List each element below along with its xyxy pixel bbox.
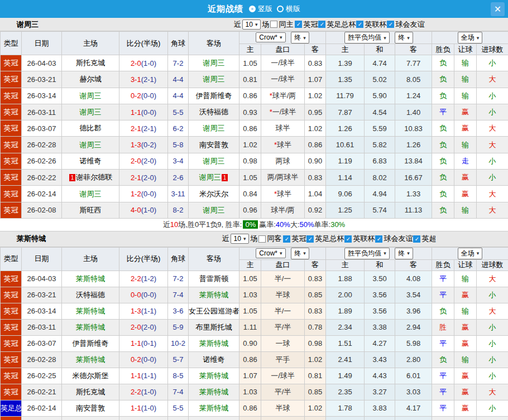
goals-result-cell: 小 [477, 170, 508, 186]
checkbox-checked-icon[interactable]: ✓ [356, 21, 363, 28]
league-filter[interactable]: ✓英超 [413, 234, 436, 244]
home-team-cell: 米德尔斯堡 [62, 368, 119, 384]
avg-draw-cell: 8.02 [365, 170, 395, 186]
checkbox-checked-icon[interactable]: ✓ [318, 21, 325, 28]
result-cell: 负 [432, 55, 454, 71]
league-filter[interactable]: ✓英联杯 [344, 234, 375, 244]
scope-value: 全场 [461, 249, 475, 258]
match-type-cell: 英冠 [1, 271, 22, 287]
away-team-name: 谢周三 [203, 157, 225, 165]
match-date-cell: 26-02-25 [22, 368, 62, 384]
away-team-cell: 谢周三 [189, 120, 239, 137]
corner-cell: 3-11 [168, 186, 189, 202]
checkbox-checked-icon[interactable]: ✓ [375, 235, 382, 243]
match-date-cell: 26-03-14 [22, 88, 62, 104]
scope-select[interactable]: 全场▾ [458, 32, 483, 44]
avg-type-select[interactable]: 胜平负均值▾ [344, 32, 390, 44]
league-filter[interactable]: ✓英联杯 [356, 20, 386, 30]
sub-avg-draw: 和 [365, 259, 395, 271]
games-unit-label: 场 [250, 234, 257, 244]
horizontal-view-radio-icon[interactable] [277, 6, 284, 12]
match-date-cell: 26-03-11 [22, 104, 62, 120]
checkbox-checked-icon[interactable]: ✓ [283, 235, 290, 243]
avg-away-cell: 5.98 [395, 335, 432, 351]
home-odds-cell: 1.05 [239, 55, 261, 71]
odds-stage-select[interactable]: 终▾ [291, 248, 309, 259]
away-odds-cell: 0.83 [305, 55, 326, 71]
away-team-cell: 莱斯特城 [189, 287, 239, 303]
checkbox-checked-icon[interactable]: ✓ [387, 21, 394, 28]
avg-draw-cell: 3.38 [365, 319, 395, 335]
match-type-cell: 英冠 [1, 55, 22, 71]
league-filter[interactable]: ✓英冠 [283, 234, 306, 244]
score-cell: 1-3(0-2) [119, 137, 168, 153]
odds-stage-select[interactable]: 终▾ [291, 32, 309, 44]
handicap-value: 平/半 [275, 388, 291, 396]
spread-result-cell: 输 [454, 55, 477, 71]
away-odds-cell: 1.02 [305, 351, 326, 368]
score-cell: 2-2(1-0) [119, 384, 168, 400]
score-cell: 2-1(2-1) [119, 120, 168, 137]
away-odds-cell: 1.02 [305, 120, 326, 137]
handicap-cell: *一/球半 [261, 104, 305, 120]
table-row: 英冠 26-02-08 斯旺西 4-0(1-0) 8-2 谢周三 0.96 球半… [1, 202, 508, 218]
chevron-down-icon: ▾ [280, 35, 282, 40]
table-row: 英冠 26-03-11 莱斯特城 2-0(2-0) 5-9 布里斯托城 1.11… [1, 319, 508, 335]
bookmaker-select[interactable]: Crow*▾ [256, 248, 285, 258]
recent-count-select[interactable]: 10▾ [242, 20, 261, 30]
scope-select[interactable]: 全场▾ [458, 248, 483, 259]
score-cell: 3-4(3-0) [119, 416, 168, 420]
same-venue-filter[interactable]: 同主 [270, 20, 293, 30]
avg-stage-select[interactable]: 终▾ [395, 32, 413, 44]
avg-home-cell: 7.87 [326, 104, 365, 120]
home-odds-cell: 1.05 [239, 303, 261, 319]
home-odds-cell: 1.11 [239, 319, 261, 335]
handicap-cell: *球半 [261, 186, 305, 202]
avg-home-cell: 1.14 [326, 170, 365, 186]
score-cell: 0-2(0-0) [119, 88, 168, 104]
handicap-value: 一/球半 [271, 75, 295, 83]
corner-cell: 3-9 [168, 416, 189, 420]
away-odds-cell: 0.83 [305, 303, 326, 319]
vertical-view-label[interactable]: 竖版 [258, 4, 272, 14]
recent-count-select[interactable]: 10▾ [231, 234, 250, 244]
checkbox-checked-icon[interactable]: ✓ [413, 235, 420, 243]
league-filter[interactable]: ✓球会友谊 [387, 20, 424, 30]
spread-result-cell: 输 [454, 351, 477, 368]
vertical-view-radio-icon[interactable] [249, 6, 256, 12]
league-label: 英足总杯 [315, 234, 344, 244]
avg-stage-select[interactable]: 终▾ [395, 248, 413, 259]
horizontal-view-label[interactable]: 横版 [286, 4, 300, 14]
fulltime-score: 2-2 [131, 388, 141, 396]
handicap-cell: 平/半 [261, 384, 305, 400]
checkbox-unchecked-icon[interactable] [270, 21, 277, 28]
col-date: 日期 [22, 247, 62, 271]
spread-result-cell: 赢 [454, 384, 477, 400]
sub-goals: 进球数 [477, 259, 508, 271]
checkbox-unchecked-icon[interactable] [258, 235, 266, 243]
chevron-down-icon: ▾ [303, 35, 306, 41]
league-filter[interactable]: ✓英冠 [295, 20, 318, 30]
avg-draw-cell: 3.83 [365, 400, 395, 416]
same-venue-filter[interactable]: 同客 [258, 234, 281, 244]
summary-segment: 40% [276, 220, 290, 229]
spread-result-cell: 赢 [454, 104, 477, 120]
avg-away-cell: 11.13 [395, 202, 432, 218]
avg-home-cell: 1.51 [326, 335, 365, 351]
away-team-name: 莱斯特城 [199, 339, 228, 347]
checkbox-checked-icon[interactable]: ✓ [344, 235, 352, 243]
avg-home-cell: 11.79 [326, 88, 365, 104]
close-button[interactable]: ✕ [491, 2, 505, 16]
avg-home-cell: 1.35 [326, 71, 365, 88]
checkbox-checked-icon[interactable]: ✓ [306, 235, 314, 243]
league-filter[interactable]: ✓英足总杯 [318, 20, 356, 30]
league-filter[interactable]: ✓球会友谊 [375, 234, 413, 244]
team-2-name: 莱斯特城 [0, 234, 151, 244]
bookmaker-select[interactable]: Crow*▾ [256, 32, 285, 42]
avg-home-cell: 9.06 [326, 186, 365, 202]
avg-type-select[interactable]: 胜平负均值▾ [344, 248, 390, 259]
score-cell: 2-1(2-0) [119, 170, 168, 186]
league-filter[interactable]: ✓英足总杯 [306, 234, 344, 244]
home-team-name: 米德尔斯堡 [73, 371, 109, 380]
checkbox-checked-icon[interactable]: ✓ [295, 21, 302, 28]
